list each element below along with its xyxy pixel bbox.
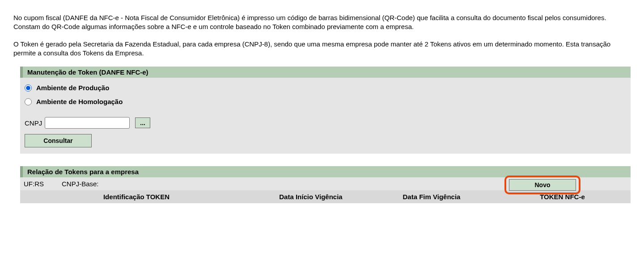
col-data-fim: Data Fim Vigência	[369, 190, 494, 203]
token-list-panel: Relação de Tokens para a empresa UF:RS C…	[20, 166, 631, 203]
col-identificacao-token: Identificação TOKEN	[20, 190, 253, 203]
consultar-button[interactable]: Consultar	[25, 134, 92, 147]
uf-label: UF:	[24, 180, 34, 188]
token-list-info-row: UF:RS CNPJ-Base: Novo	[20, 177, 631, 190]
radio-ambiente-producao[interactable]	[25, 84, 32, 92]
token-maintenance-panel: Manutenção de Token (DANFE NFC-e) Ambien…	[20, 67, 631, 154]
token-maintenance-title: Manutenção de Token (DANFE NFC-e)	[20, 67, 631, 78]
novo-highlight: Novo	[504, 176, 580, 194]
radio-ambiente-producao-label: Ambiente de Produção	[36, 84, 109, 92]
cnpj-base-label: CNPJ-Base:	[62, 180, 99, 188]
col-data-inicio: Data Início Vigência	[253, 190, 369, 203]
uf-value: RS	[34, 180, 44, 188]
cnpj-lookup-button[interactable]: ...	[135, 117, 150, 128]
cnpj-label: CNPJ	[25, 119, 42, 127]
radio-ambiente-homologacao-label: Ambiente de Homologação	[36, 98, 123, 105]
novo-button[interactable]: Novo	[509, 179, 576, 191]
cnpj-input[interactable]	[45, 117, 130, 129]
radio-ambiente-homologacao[interactable]	[25, 98, 32, 105]
intro-paragraph-1: No cupom fiscal (DANFE da NFC-e - Nota F…	[13, 13, 631, 32]
intro-paragraph-2: O Token é gerado pela Secretaria da Faze…	[13, 40, 631, 58]
